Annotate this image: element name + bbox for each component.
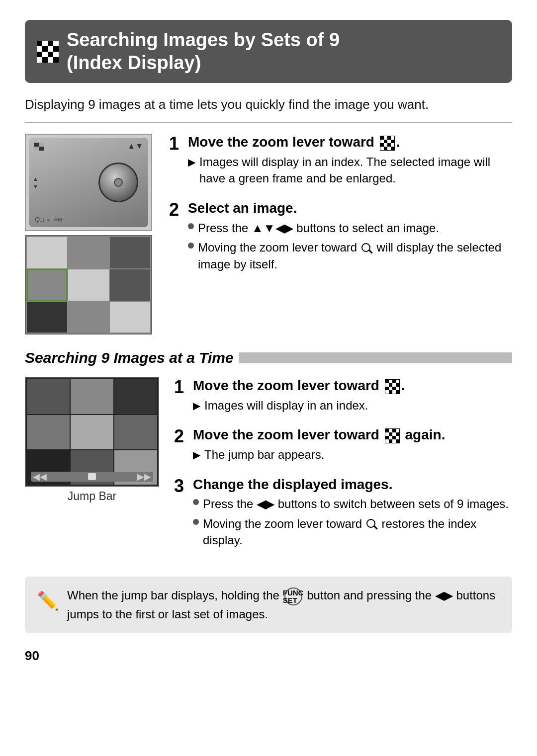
step2-content: Select an image. Press the ▲▼◀▶ buttons … [188, 200, 512, 275]
section2-step3-number: 3 [174, 477, 186, 495]
bullet-circle-icon [188, 243, 194, 249]
section2-step1-heading: Move the zoom lever toward . [193, 377, 512, 394]
step1: 1 Move the zoom lever toward . ▶ Images … [169, 134, 512, 190]
step1-heading: Move the zoom lever toward . [188, 134, 512, 151]
section2-step1-content: Move the zoom lever toward . ▶ Images wi… [193, 377, 512, 417]
section2-step3-bullet1-text: Press the ◀▶ buttons to switch between s… [203, 496, 509, 512]
step2-bullet1-text: Press the ▲▼◀▶ buttons to select an imag… [198, 220, 439, 237]
jump-bar-caption: Jump Bar [25, 490, 159, 503]
section2-step1-number: 1 [174, 378, 186, 396]
jump-bar-strip: ◀◀ ▶▶ [31, 472, 153, 482]
page-number: 90 [25, 648, 512, 664]
section2-step2-bullet-text: The jump bar appears. [204, 446, 324, 463]
section2-step1-bullet: ▶ Images will display in an index. [193, 397, 512, 414]
section2-step2-number: 2 [174, 427, 186, 445]
section2: ◀◀ ▶▶ Jump Bar 1 Move the zoom lever tow… [25, 377, 512, 562]
step1-zoom-icon [380, 136, 395, 151]
step1-content: Move the zoom lever toward . ▶ Images wi… [188, 134, 512, 190]
section2-heading: Searching 9 Images at a Time [25, 349, 512, 366]
page-title: Searching Images by Sets of 9 (Index Dis… [67, 29, 340, 74]
bullet-circle-icon [193, 499, 199, 505]
camera-image: ▲▼ ▲ ▼ Q□ ● ⊟⊟ [25, 134, 152, 231]
section1: ▲▼ ▲ ▼ Q□ ● ⊟⊟ [25, 134, 512, 335]
func-set-icon: FUNCSET [284, 588, 302, 605]
bullet-circle-icon [188, 223, 194, 229]
section1-images: ▲▼ ▲ ▼ Q□ ● ⊟⊟ [25, 134, 154, 335]
step2-heading: Select an image. [188, 200, 512, 217]
step2-s2-zoom-icon [385, 428, 400, 443]
section2-step2-content: Move the zoom lever toward again. ▶ The … [193, 426, 512, 466]
jump-bar-image: ◀◀ ▶▶ [25, 377, 159, 487]
section2-heading-text: Searching 9 Images at a Time [25, 349, 234, 366]
section1-steps: 1 Move the zoom lever toward . ▶ Images … [169, 134, 512, 285]
step1-bullet1: ▶ Images will display in an index. The s… [188, 154, 512, 187]
step2-number: 2 [169, 201, 181, 219]
section-heading-bar [239, 352, 512, 363]
section2-step3-content: Change the displayed images. Press the ◀… [193, 476, 512, 552]
arrow-icon: ▶ [188, 155, 195, 169]
note-box: ✏️ When the jump bar displays, holding t… [25, 577, 512, 633]
section2-step1-bullet-text: Images will display in an index. [204, 397, 368, 414]
section-divider [25, 122, 512, 123]
section2-step2-heading: Move the zoom lever toward again. [193, 426, 512, 443]
section2-step2-bullet: ▶ The jump bar appears. [193, 446, 512, 463]
step2-bullet1: Press the ▲▼◀▶ buttons to select an imag… [188, 220, 512, 237]
section2-step3: 3 Change the displayed images. Press the… [174, 476, 512, 552]
section2-steps: 1 Move the zoom lever toward . ▶ Images … [174, 377, 512, 562]
note-pencil-icon: ✏️ [37, 588, 59, 614]
step1-s2-zoom-icon [385, 379, 400, 394]
step1-bullet1-text: Images will display in an index. The sel… [199, 154, 512, 187]
section2-step1: 1 Move the zoom lever toward . ▶ Images … [174, 377, 512, 417]
checkerboard-icon [37, 41, 59, 63]
step2-bullet2-text: Moving the zoom lever toward will displa… [198, 239, 512, 272]
section2-step3-bullet2-text: Moving the zoom lever toward restores th… [203, 515, 512, 549]
step2-bullet2: Moving the zoom lever toward will displa… [188, 239, 512, 272]
magnify-icon [361, 243, 372, 254]
section2-step3-heading: Change the displayed images. [193, 476, 512, 493]
magnify-icon [366, 519, 377, 530]
bullet-circle-icon [193, 519, 199, 525]
section2-step3-bullet2: Moving the zoom lever toward restores th… [193, 515, 512, 549]
arrow-icon: ▶ [193, 448, 200, 462]
step2: 2 Select an image. Press the ▲▼◀▶ button… [169, 200, 512, 275]
section2-step3-bullet1: Press the ◀▶ buttons to switch between s… [193, 496, 512, 512]
intro-text: Displaying 9 images at a time lets you q… [25, 97, 512, 112]
header-icon [37, 41, 59, 63]
index-grid-image [25, 235, 152, 335]
section2-image-col: ◀◀ ▶▶ Jump Bar [25, 377, 159, 503]
arrow-icon: ▶ [193, 399, 200, 413]
page-header: Searching Images by Sets of 9 (Index Dis… [25, 20, 512, 83]
note-text: When the jump bar displays, holding the … [67, 587, 500, 623]
section2-step2: 2 Move the zoom lever toward again. ▶ Th… [174, 426, 512, 466]
step1-number: 1 [169, 135, 181, 153]
